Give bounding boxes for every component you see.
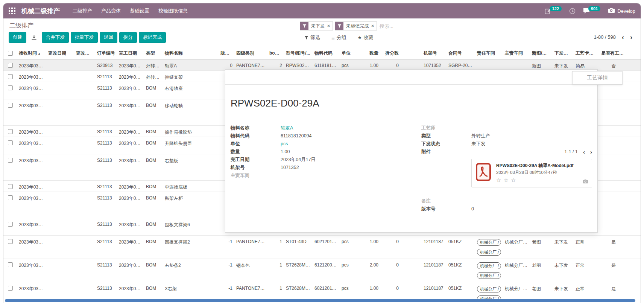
menu-secondary-scheduling[interactable]: 二级排产 [73,8,92,14]
column-header-mcode[interactable]: 物料代码 [313,50,340,56]
search-input[interactable] [379,23,584,29]
sort-ascending-icon: ▲ [37,52,41,55]
return-button[interactable]: 退回 [100,32,117,43]
workshop-tag-pill[interactable]: 机械分厂 / ... [477,239,501,246]
row-checkbox[interactable] [8,195,13,200]
column-header-name[interactable]: 物料名称 [163,50,219,56]
cell-type: BOM [144,82,163,91]
column-header-hascard[interactable]: 是否有工艺卡 [599,50,628,56]
column-header-receive[interactable]: 接收时间 ▲ [17,50,46,56]
export-download-icon[interactable] [28,34,40,41]
column-header-dispatch[interactable]: 下发状态 [553,50,574,56]
row-checkbox[interactable] [8,140,13,145]
attachment-camera-icon[interactable] [583,179,588,184]
attachment-prev-icon[interactable]: ‹ [583,149,585,155]
facet-not-dispatched[interactable]: 未下发 × [300,21,333,30]
star-outline-icon[interactable]: ☆ [496,177,503,183]
pager: 1-80 / 598 ‹ › [594,34,632,40]
attachment-stars[interactable]: ☆☆☆ [496,177,574,184]
attachment-card[interactable]: RPWS02E-D00-29A 轴罩A-Model.pdf 2023年03月28… [471,159,592,187]
create-button[interactable]: 创建 [9,32,26,43]
messages-icon[interactable]: 901 [583,8,600,14]
column-header-qty[interactable]: 数量 [361,50,380,56]
filters-button[interactable]: 筛选 [304,34,320,41]
attachment-next-icon[interactable]: › [590,149,592,155]
favorites-button[interactable]: ★ 收藏 [358,34,374,41]
field-value[interactable]: 轴罩A [281,124,293,132]
field-label: 版本号 [421,205,471,213]
row-checkbox[interactable] [8,129,13,134]
field-value[interactable]: pcs [281,140,288,148]
column-header-resp[interactable]: 责任车间 [475,50,503,56]
cell-cb [3,282,17,291]
workshop-tag-pill[interactable]: 机械分厂 / ... [477,272,501,279]
apps-grid-icon[interactable] [9,8,15,14]
row-checkbox[interactable] [8,239,13,244]
column-header-rack[interactable]: 机架号 [422,50,447,56]
field-value: 未下发 [471,140,486,148]
horizontal-scrollbar[interactable] [5,299,635,302]
cell-contract: 051KZ [447,236,475,244]
column-header-order[interactable]: 订单编号 [95,50,117,56]
column-header-finish[interactable]: 完工日期 [117,50,144,56]
pager-next-icon[interactable]: › [630,35,632,40]
column-header-bom[interactable]: bom版本 [267,50,284,56]
workshop-tag-pill[interactable]: 机械分厂 / ... [477,249,501,256]
facet-remove-icon[interactable]: × [326,23,333,29]
row-checkbox[interactable] [8,158,13,163]
table-row[interactable]: 2023年03月...S211132023年04月...BOM右垫条2-1钢本色… [3,259,641,282]
clock-icon[interactable] [569,8,576,14]
star-outline-icon[interactable]: ☆ [503,177,510,183]
menu-product-variants[interactable]: 产品变体 [101,8,121,14]
menu-drawing-check-info[interactable]: 校验图纸信息 [158,8,188,14]
column-header-change_content[interactable]: 更改内容 [74,50,95,56]
select-all-checkbox[interactable] [8,51,13,56]
merge-dispatch-button[interactable]: 合并下发 [42,32,69,43]
row-checkbox[interactable] [8,103,13,108]
workshop-tag-pill[interactable]: 机械分厂 / ... [477,262,501,269]
row-checkbox[interactable] [8,286,13,291]
star-outline-icon[interactable]: ☆ [511,177,518,183]
cell-spacer [401,259,422,262]
cell-main: 机械分厂 / ... [503,236,530,245]
attachment-filename[interactable]: RPWS02E-D00-29A 轴罩A-Model.pdf [496,163,574,169]
column-header-category[interactable]: 四级类别 [234,50,267,56]
column-header-cardtype[interactable]: 工艺卡类型 [574,50,599,56]
column-header-type[interactable]: 类型 [144,50,163,56]
workshop-tag-pill[interactable]: 机械分厂 / ... [477,286,501,292]
camera-icon[interactable] [608,8,615,14]
split-button[interactable]: 拆分 [119,32,137,43]
menu-basic-settings[interactable]: 基础设置 [130,8,149,14]
column-header-model[interactable]: 型号/图号/... [284,50,313,56]
facet-remove-icon[interactable]: × [370,23,377,29]
facet-not-marked-done[interactable]: 未标记完成 × [335,21,377,30]
cell-resp [475,59,503,63]
row-checkbox[interactable] [8,74,13,79]
column-header-drawing[interactable]: 新图/老图 [530,50,553,56]
row-checkbox[interactable] [8,63,13,68]
group-by-button[interactable]: ≡ 分组 [331,34,346,41]
column-header-split[interactable]: 拆分数 [380,50,401,56]
column-header-contract[interactable]: 合同号 [447,50,475,56]
breadcrumb[interactable]: 二级排产 [9,22,33,30]
column-header-unit[interactable]: 单位 [340,50,361,56]
cell-split: 0 [380,236,401,244]
field-value: 1071352 [281,164,299,172]
cell-hascard [599,192,628,195]
process-detail-button[interactable]: 工艺详情 [572,71,623,85]
filter-facet-icon [335,22,343,30]
column-header-change_date[interactable]: 更改日期 [46,50,74,56]
activities-icon[interactable]: 122 [545,8,562,14]
column-header-version[interactable]: 版本号 [219,50,234,56]
messages-count-badge: 901 [588,6,600,11]
row-checkbox[interactable] [8,222,13,227]
table-row[interactable]: 2023年03月...S211132023年04月...BOM围板支撑架2-1P… [3,236,641,259]
mark-done-button[interactable]: 标记完成 [139,32,166,43]
row-checkbox[interactable] [8,184,13,189]
cell-hascard [599,181,628,184]
row-checkbox[interactable] [8,262,13,267]
pager-prev-icon[interactable]: ‹ [622,35,624,40]
batch-dispatch-button[interactable]: 批量下发 [71,32,98,43]
column-header-main[interactable]: 主责车间 [503,50,530,56]
row-checkbox[interactable] [8,85,13,90]
